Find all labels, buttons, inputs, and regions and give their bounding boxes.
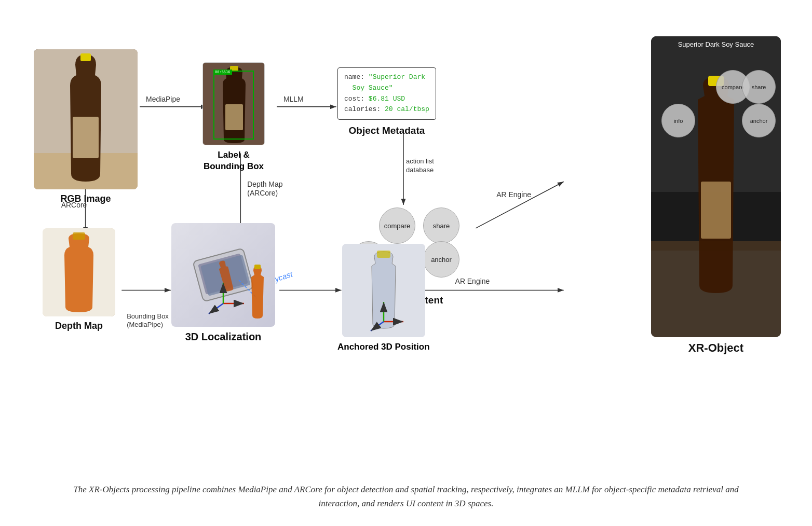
main-container: ARCore MediaPipe MLLM Depth Map (ARCore)… [0,0,812,526]
label-bounding-section: 00:5516 Label & Bounding Box [202,62,265,172]
ar-top-label: Superior Dark Soy Sauce [651,40,781,48]
localization-3d-section: 3D Localization [171,223,275,343]
actionlist-label2: database [406,166,434,174]
actionlist-label1: action list [406,157,434,165]
ar-image-box: Superior Dark Soy Sauce compare share in… [651,36,781,337]
svg-line-7 [476,182,563,228]
svg-rect-14 [73,117,99,158]
ar-circle-info: info [661,104,695,137]
svg-rect-28 [254,265,261,269]
menu-circle-share: share [423,207,459,244]
label-bounding-box: 00:5516 [202,62,265,145]
bounding-box-outline [213,71,254,140]
label-bounding-label: Label & Bounding Box [204,149,264,172]
ar-circle-share: share [742,70,776,104]
meta-cost-val: $6.81 USD [369,95,405,103]
xr-object-section: Superior Dark Soy Sauce compare share in… [651,36,781,355]
depth-map-svg [43,228,115,316]
depthmap-label-top: Depth Map [247,180,282,188]
svg-rect-30 [377,251,390,258]
svg-rect-20 [73,232,85,240]
meta-calories-key: calories: [344,105,381,113]
anchored-svg [342,244,425,337]
bbox-mediapipe-label: Bounding Box [127,312,169,320]
svg-rect-15 [80,53,91,61]
bbox-mediapipe-label2: (MediaPipe) [127,321,163,328]
depth-map-label: Depth Map [43,321,115,331]
metadata-box: name: "Superior Dark Soy Sauce" cost: $6… [337,67,436,120]
metadata-title: Object Metadata [337,125,436,136]
rgb-bg-svg [34,49,138,189]
localization-box [171,223,275,327]
anchored-3d-section: Anchored 3D Position [337,244,430,353]
svg-line-26 [209,303,223,314]
arengine1-label: AR Engine [496,190,531,199]
depth-map-box [43,228,115,316]
rgb-image-label: RGB Image [34,193,138,204]
bb-label: 00:5516 [213,70,232,75]
meta-calories-line: calories: 20 cal/tbsp [344,104,429,115]
anchored-box [342,244,425,337]
meta-cost-key: cost: [344,95,364,103]
meta-name-line: name: "Superior Dark Soy Sauce" [344,72,429,94]
depth-map-section: Depth Map [43,228,115,331]
localization-3d-label: 3D Localization [185,331,262,343]
meta-name-key: name: [344,73,364,81]
meta-cost-line: cost: $6.81 USD [344,94,429,105]
caption: The XR-Objects processing pipeline combi… [31,477,781,516]
rgb-image-box [34,49,138,189]
anchored-3d-label: Anchored 3D Position [337,341,430,353]
mediapipe-label: MediaPipe [146,95,180,103]
meta-calories-val: 20 cal/tbsp [385,105,429,113]
xr-object-label: XR-Object [651,341,781,355]
diagram-area: ARCore MediaPipe MLLM Depth Map (ARCore)… [31,21,781,472]
metadata-section: name: "Superior Dark Soy Sauce" cost: $6… [337,67,436,136]
rgb-image-section: RGB Image [34,49,138,204]
ar-circle-anchor: anchor [742,104,776,137]
svg-rect-38 [701,182,731,239]
whole-diagram: ARCore MediaPipe MLLM Depth Map (ARCore)… [31,21,781,410]
mllm-label: MLLM [283,95,304,103]
menu-circle-compare: compare [379,207,415,244]
localization-svg [171,223,275,327]
depthmap-label-bot: (ARCore) [247,189,278,197]
